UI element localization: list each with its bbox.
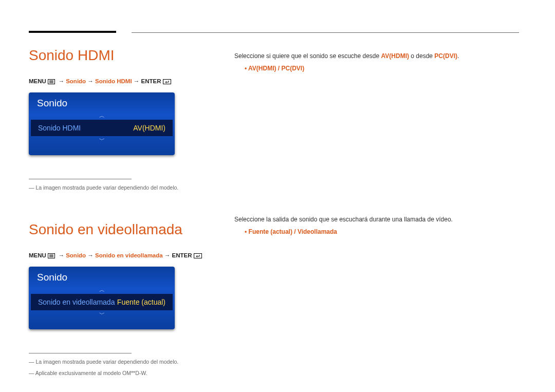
osd-row: Sonido HDMI AV(HDMI) bbox=[31, 120, 173, 136]
content-columns: Sonido HDMI MENU → Sonido → Sonido HDMI … bbox=[29, 47, 519, 392]
svg-rect-4 bbox=[163, 80, 171, 84]
right-column: Seleccione si quiere que el sonido se es… bbox=[234, 47, 519, 392]
enter-icon bbox=[194, 253, 202, 259]
enter-icon bbox=[163, 79, 171, 85]
osd-spacer bbox=[29, 318, 175, 329]
crumb-part-2: Sonido en videollamada bbox=[95, 252, 163, 258]
footnote-rule bbox=[29, 179, 132, 179]
svg-rect-9 bbox=[194, 254, 201, 258]
rule-thin bbox=[132, 32, 519, 33]
desc-text: o desde bbox=[409, 52, 434, 60]
chevron-up-icon: ︿ bbox=[29, 286, 175, 294]
option-bullet: AV(HDMI) / PC(DVI) bbox=[234, 65, 519, 72]
footnote: Aplicable exclusivamente al modelo OM**D… bbox=[29, 370, 203, 376]
menu-icon bbox=[48, 79, 55, 85]
osd-title: Sonido bbox=[29, 267, 175, 286]
right-hdmi: Seleccione si quiere que el sonido se es… bbox=[234, 52, 519, 72]
menu-label: MENU bbox=[29, 252, 46, 258]
footnote: La imagen mostrada puede variar dependie… bbox=[29, 359, 203, 365]
desc-videocall: Seleccione la salida de sonido que se es… bbox=[234, 216, 519, 223]
osd-spacer bbox=[29, 144, 175, 155]
crumb-part-1: Sonido bbox=[66, 78, 86, 84]
desc-em: AV(HDMI) bbox=[381, 52, 409, 60]
document-page: Sonido HDMI MENU → Sonido → Sonido HDMI … bbox=[0, 0, 555, 392]
heading-videocall: Sonido en videollamada bbox=[29, 221, 203, 238]
osd-panel-hdmi: Sonido ︿ Sonido HDMI AV(HDMI) ﹀ bbox=[29, 92, 175, 155]
chevron-up-icon: ︿ bbox=[29, 112, 175, 120]
rule-thick bbox=[29, 31, 116, 33]
osd-panel-videocall: Sonido ︿ Sonido en videollamada Fuente (… bbox=[29, 267, 175, 329]
breadcrumb-videocall: MENU → Sonido → Sonido en videollamada →… bbox=[29, 252, 203, 259]
osd-row-value: AV(HDMI) bbox=[133, 124, 165, 132]
desc-em: PC(DVI) bbox=[434, 52, 457, 60]
osd-row-label: Sonido en videollamada bbox=[38, 298, 115, 306]
enter-label: ENTER bbox=[141, 78, 161, 84]
menu-label: MENU bbox=[29, 78, 46, 84]
right-videocall: Seleccione la salida de sonido que se es… bbox=[234, 216, 519, 235]
osd-row-label: Sonido HDMI bbox=[38, 124, 81, 132]
desc-hdmi: Seleccione si quiere que el sonido se es… bbox=[234, 52, 519, 60]
heading-hdmi: Sonido HDMI bbox=[29, 47, 203, 64]
breadcrumb-hdmi: MENU → Sonido → Sonido HDMI → ENTER bbox=[29, 78, 203, 85]
chevron-down-icon: ﹀ bbox=[29, 310, 175, 318]
footnote-rule bbox=[29, 353, 132, 353]
crumb-part-1: Sonido bbox=[66, 252, 86, 258]
desc-text: Seleccione si quiere que el sonido se es… bbox=[234, 52, 381, 60]
footnote: La imagen mostrada puede variar dependie… bbox=[29, 184, 203, 191]
crumb-part-2: Sonido HDMI bbox=[95, 78, 132, 84]
desc-text: . bbox=[457, 52, 459, 60]
left-column: Sonido HDMI MENU → Sonido → Sonido HDMI … bbox=[29, 47, 203, 392]
section-hdmi-sound: Sonido HDMI MENU → Sonido → Sonido HDMI … bbox=[29, 47, 203, 191]
osd-row-value: Fuente (actual) bbox=[117, 298, 165, 306]
enter-label: ENTER bbox=[172, 252, 192, 258]
section-videocall-sound: Sonido en videollamada MENU → Sonido → S… bbox=[29, 221, 203, 376]
menu-icon bbox=[48, 253, 55, 259]
option-bullet: Fuente (actual) / Videollamada bbox=[234, 228, 519, 235]
osd-row: Sonido en videollamada Fuente (actual) bbox=[31, 294, 173, 310]
top-rule bbox=[29, 31, 519, 33]
osd-title: Sonido bbox=[29, 92, 175, 112]
chevron-down-icon: ﹀ bbox=[29, 136, 175, 144]
